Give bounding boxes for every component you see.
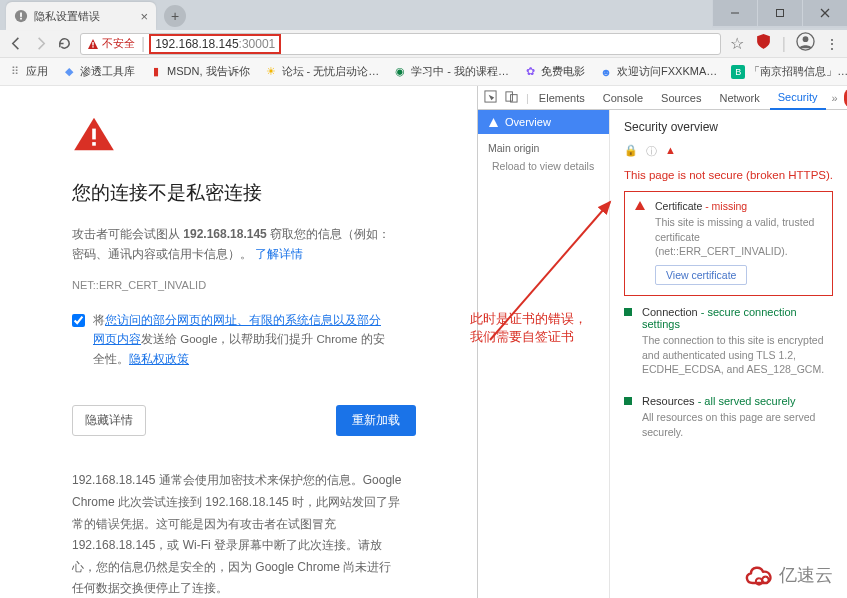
- forward-icon[interactable]: [32, 36, 48, 52]
- not-secure-message: This page is not secure (broken HTTPS).: [624, 169, 833, 181]
- omnibox[interactable]: 不安全 | 192.168.18.145:30001: [80, 33, 721, 55]
- devtools-tab-security[interactable]: Security: [770, 86, 826, 110]
- error-detail-1: 192.168.18.145 通常会使用加密技术来保护您的信息。Google C…: [72, 470, 402, 598]
- browser-menu-icon[interactable]: ⋮: [825, 36, 839, 52]
- apps-icon: ⠿: [8, 65, 22, 79]
- error-page-content: 您的连接不是私密连接 攻击者可能会试图从 192.168.18.145 窃取您的…: [0, 86, 477, 598]
- security-main: Security overview 🔒 ⓘ ▲ This page is not…: [610, 110, 847, 598]
- bookmark-star-icon[interactable]: ☆: [729, 36, 745, 52]
- info-grey-icon: ⓘ: [646, 144, 657, 159]
- reload-hint: Reload to view details: [478, 156, 609, 176]
- bookmark-item-7[interactable]: B「南京招聘信息」…: [731, 64, 847, 79]
- devtools-tab-sources[interactable]: Sources: [653, 86, 709, 110]
- triangle-red-icon: [635, 201, 645, 210]
- devtools-tabs: | Elements Console Sources Network Secur…: [478, 86, 847, 110]
- svg-rect-6: [20, 18, 22, 20]
- bookmark-icon: B: [731, 65, 745, 79]
- safe-browsing-checkbox[interactable]: [72, 314, 85, 327]
- watermark-text: 亿速云: [779, 563, 833, 587]
- tab-warning-icon: [14, 9, 28, 23]
- svg-rect-14: [92, 142, 96, 146]
- privacy-policy-link[interactable]: 隐私权政策: [129, 353, 189, 365]
- reload-button[interactable]: 重新加载: [336, 405, 416, 436]
- error-count-badge[interactable]: ◐ 1: [844, 88, 847, 108]
- devtools-tab-network[interactable]: Network: [711, 86, 767, 110]
- back-icon[interactable]: [8, 36, 24, 52]
- svg-rect-5: [20, 13, 22, 17]
- new-tab-button[interactable]: +: [164, 5, 186, 27]
- watermark-logo-icon: [743, 562, 775, 588]
- url-host: 192.168.18.145: [155, 37, 238, 51]
- devtools-tabs-overflow-icon[interactable]: »: [828, 92, 842, 104]
- security-overview-tab[interactable]: Overview: [478, 110, 609, 134]
- bookmark-icon: ◆: [62, 65, 76, 79]
- error-code: NET::ERR_CERT_INVALID: [72, 279, 477, 291]
- square-green-icon: [624, 308, 632, 316]
- svg-point-11: [803, 36, 809, 42]
- warning-red-icon: ▲: [665, 144, 676, 159]
- browser-tab[interactable]: 隐私设置错误 ×: [6, 2, 156, 30]
- tab-close-icon[interactable]: ×: [140, 9, 148, 24]
- annotation-text: 此时是证书的错误，我们需要自签证书: [470, 310, 587, 346]
- devtools-tab-console[interactable]: Console: [595, 86, 651, 110]
- window-max-button[interactable]: [758, 0, 802, 26]
- inspect-icon[interactable]: [484, 90, 497, 105]
- bookmark-icon: ▮: [149, 65, 163, 79]
- bookmark-item-4[interactable]: ◉学习中 - 我的课程…: [393, 64, 509, 79]
- security-sidebar: Overview Main origin Reload to view deta…: [478, 110, 610, 598]
- device-toggle-icon[interactable]: [505, 90, 518, 105]
- lock-grey-icon: 🔒: [624, 144, 638, 159]
- url-display: 192.168.18.145:30001: [151, 36, 279, 52]
- devtools-tab-elements[interactable]: Elements: [531, 86, 593, 110]
- svg-rect-8: [92, 42, 93, 46]
- bookmark-item-6[interactable]: ☻欢迎访问FXXKMA…: [599, 64, 717, 79]
- bookmark-item-1[interactable]: ◆渗透工具库: [62, 64, 135, 79]
- square-green-icon: [624, 397, 632, 405]
- tab-title: 隐私设置错误: [34, 9, 134, 24]
- error-title: 您的连接不是私密连接: [72, 180, 477, 206]
- svg-rect-16: [506, 92, 513, 101]
- window-close-button[interactable]: [803, 0, 847, 26]
- window-controls: [712, 0, 847, 28]
- address-bar: 不安全 | 192.168.18.145:30001 ☆ | ⋮: [0, 30, 847, 58]
- watermark: 亿速云: [743, 562, 833, 588]
- insecure-label: 不安全: [102, 36, 135, 51]
- svg-rect-9: [92, 46, 93, 47]
- view-certificate-button[interactable]: View certificate: [655, 265, 747, 285]
- svg-rect-1: [777, 10, 784, 17]
- security-overview-title: Security overview: [624, 120, 833, 134]
- bookmark-icon: ✿: [523, 65, 537, 79]
- window-min-button[interactable]: [713, 0, 757, 26]
- bookmark-item-3[interactable]: ☀论坛 - 无忧启动论…: [264, 64, 380, 79]
- bookmark-apps[interactable]: ⠿应用: [8, 64, 48, 79]
- security-state-icons: 🔒 ⓘ ▲: [624, 144, 833, 159]
- hide-details-button[interactable]: 隐藏详情: [72, 405, 146, 436]
- privacy-warning-icon: [72, 116, 116, 152]
- certificate-box: Certificate - missing This site is missi…: [624, 191, 833, 296]
- insecure-badge: 不安全: [87, 36, 135, 51]
- main-origin-heading: Main origin: [478, 134, 609, 156]
- bookmark-item-5[interactable]: ✿免费电影: [523, 64, 585, 79]
- reload-icon[interactable]: [56, 36, 72, 52]
- svg-marker-18: [489, 117, 498, 126]
- bookmark-icon: ☀: [264, 65, 278, 79]
- bookmarks-bar: ⠿应用 ◆渗透工具库 ▮MSDN, 我告诉你 ☀论坛 - 无忧启动论… ◉学习中…: [0, 58, 847, 86]
- ublock-shield-icon[interactable]: [755, 33, 772, 54]
- bookmark-icon: ☻: [599, 65, 613, 79]
- svg-rect-13: [92, 129, 96, 140]
- profile-avatar-icon[interactable]: [796, 32, 815, 55]
- bookmark-icon: ◉: [393, 65, 407, 79]
- bookmark-item-2[interactable]: ▮MSDN, 我告诉你: [149, 64, 250, 79]
- url-port: :30001: [239, 37, 276, 51]
- warning-triangle-icon: [488, 117, 499, 128]
- learn-more-link[interactable]: 了解详情: [255, 247, 303, 261]
